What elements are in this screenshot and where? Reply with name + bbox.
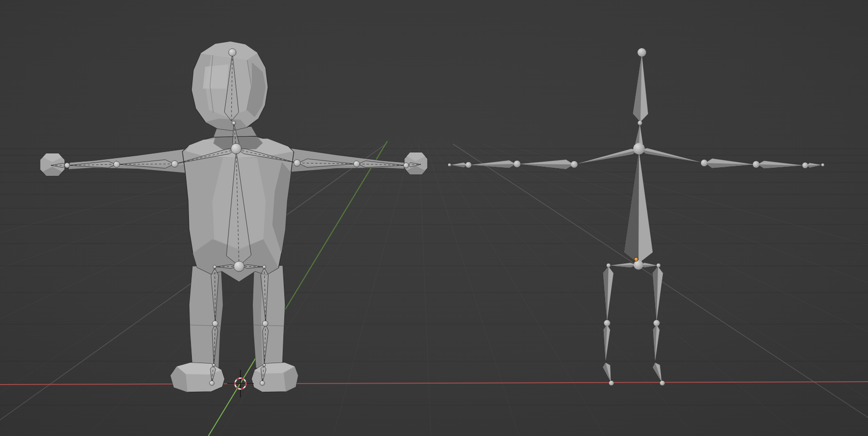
joint-toe-l[interactable] [609,381,614,385]
viewport-canvas[interactable] [0,0,868,436]
joint-hip-r[interactable] [263,265,266,269]
joint-knee-l[interactable] [604,320,610,326]
blender-3d-viewport[interactable] [0,0,868,436]
joint-hand-tip-r[interactable] [821,163,824,166]
joint-hip-l[interactable] [213,265,217,269]
joint-hand-tip-l[interactable] [448,163,451,166]
joint-shoulder-l[interactable] [171,161,178,167]
joint-neck[interactable] [638,121,642,125]
mesh-head-bright[interactable] [203,64,229,89]
joint-head-top[interactable] [638,48,646,57]
joint-wrist-l[interactable] [466,162,471,168]
viewport-background [0,0,868,436]
joint-wrist-r[interactable] [404,163,409,168]
joint-wrist-r[interactable] [802,162,808,168]
joint-pelvis[interactable] [234,261,244,272]
joint-shoulder-r[interactable] [701,160,708,166]
joint-hip-r[interactable] [657,264,660,267]
joint-ankle-r[interactable] [263,364,266,366]
joint-elbow-l[interactable] [114,162,120,168]
joint-knee-r[interactable] [654,320,660,326]
joint-toe-r[interactable] [260,381,265,385]
joint-neck[interactable] [232,121,236,125]
joint-pelvis[interactable] [634,260,643,270]
joint-knee-r[interactable] [262,321,268,326]
joint-elbow-r[interactable] [354,161,360,167]
joint-toe-r[interactable] [660,381,665,385]
joint-toe-l[interactable] [210,381,214,385]
object-origin-dot [634,257,638,261]
joint-elbow-l[interactable] [514,161,520,167]
joint-head-top[interactable] [229,49,236,56]
joint-elbow-r[interactable] [753,161,759,168]
joint-chest[interactable] [231,143,241,154]
joint-chest[interactable] [633,143,645,154]
joint-hip-l[interactable] [607,264,610,267]
joint-knee-l[interactable] [212,321,218,326]
joint-shoulder-r[interactable] [294,160,300,166]
joint-wrist-l[interactable] [65,163,70,168]
joint-shoulder-l[interactable] [571,161,578,168]
joint-ankle-l[interactable] [212,364,215,366]
